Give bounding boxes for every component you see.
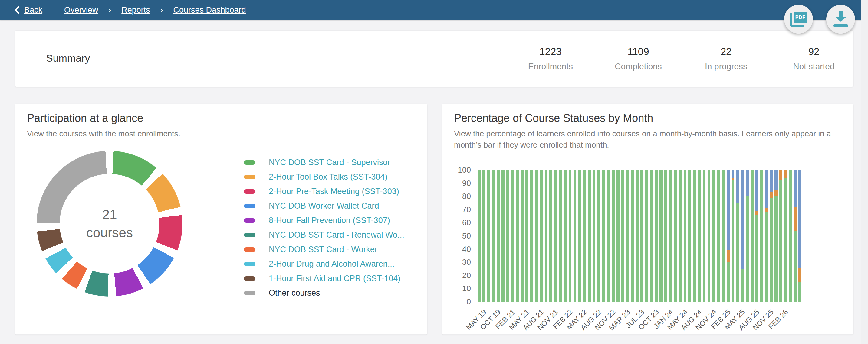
month-bar[interactable] xyxy=(554,170,557,302)
month-bar[interactable] xyxy=(569,170,572,302)
month-bar[interactable] xyxy=(794,170,797,302)
legend-course-link[interactable]: NYC DOB SST Card - Worker xyxy=(269,245,377,254)
orange-segment xyxy=(727,250,730,262)
legend-color-chip xyxy=(244,291,255,295)
month-bar[interactable] xyxy=(784,170,787,302)
month-bar[interactable] xyxy=(746,170,749,302)
green-segment xyxy=(659,170,662,302)
month-bar[interactable] xyxy=(511,170,514,302)
month-bar[interactable] xyxy=(741,170,744,302)
month-bar[interactable] xyxy=(650,170,653,302)
back-link[interactable]: Back xyxy=(24,5,42,15)
month-bar[interactable] xyxy=(708,170,711,302)
month-bar[interactable] xyxy=(564,170,567,302)
breadcrumb-courses-dashboard[interactable]: Courses Dashboard xyxy=(173,5,246,15)
month-bar[interactable] xyxy=(779,170,782,302)
month-bar[interactable] xyxy=(659,170,662,302)
month-bar[interactable] xyxy=(669,170,672,302)
legend-course-link[interactable]: 2-Hour Tool Box Talks (SST-304) xyxy=(269,172,388,182)
green-segment xyxy=(698,170,701,302)
export-pdf-button[interactable]: PDF xyxy=(784,5,813,34)
month-bar[interactable] xyxy=(506,170,509,302)
blue-segment xyxy=(741,170,744,269)
month-bar[interactable] xyxy=(588,170,591,302)
month-bar[interactable] xyxy=(679,170,682,302)
legend-color-chip xyxy=(244,204,255,208)
month-bar[interactable] xyxy=(655,170,658,302)
legend-course-link[interactable]: NYC DOB Worker Wallet Card xyxy=(269,201,379,211)
month-bar[interactable] xyxy=(722,170,725,302)
month-bar[interactable] xyxy=(631,170,634,302)
legend-course-link[interactable]: NYC DOB SST Card - Supervisor xyxy=(269,158,391,167)
legend-course-link[interactable]: NYC DOB SST Card - Renewal Wo... xyxy=(269,230,404,240)
month-bar[interactable] xyxy=(477,170,480,302)
breadcrumb-overview[interactable]: Overview xyxy=(64,5,98,15)
month-bar[interactable] xyxy=(583,170,586,302)
month-bar[interactable] xyxy=(483,170,486,302)
orange-segment xyxy=(765,208,768,212)
month-bar[interactable] xyxy=(636,170,639,302)
month-bar[interactable] xyxy=(621,170,624,302)
month-bar[interactable] xyxy=(684,170,687,302)
month-bar[interactable] xyxy=(574,170,577,302)
month-bar[interactable] xyxy=(736,170,739,302)
month-bar[interactable] xyxy=(798,170,801,302)
month-bar[interactable] xyxy=(516,170,519,302)
month-bar[interactable] xyxy=(602,170,605,302)
month-bar[interactable] xyxy=(727,170,730,302)
month-bar[interactable] xyxy=(593,170,596,302)
download-button[interactable] xyxy=(826,5,855,34)
green-segment xyxy=(732,180,735,302)
month-bar[interactable] xyxy=(717,170,720,302)
month-bar[interactable] xyxy=(597,170,600,302)
month-bar[interactable] xyxy=(525,170,528,302)
legend-course-link[interactable]: 2-Hour Drug and Alcohol Awaren... xyxy=(269,260,394,269)
legend-item: NYC DOB SST Card - Worker xyxy=(244,244,404,254)
legend-course-link[interactable]: 8-Hour Fall Prevention (SST-307) xyxy=(269,216,390,225)
month-bar[interactable] xyxy=(545,170,548,302)
month-bar[interactable] xyxy=(789,170,792,302)
month-bar[interactable] xyxy=(607,170,610,302)
month-bar[interactable] xyxy=(645,170,648,302)
legend-item: NYC DOB Worker Wallet Card xyxy=(244,201,404,211)
month-bar[interactable] xyxy=(540,170,543,302)
month-bar[interactable] xyxy=(617,170,620,302)
month-bar[interactable] xyxy=(487,170,490,302)
month-bar[interactable] xyxy=(751,170,753,302)
statuses-bar-chart[interactable] xyxy=(477,170,801,302)
month-bar[interactable] xyxy=(549,170,552,302)
month-bar[interactable] xyxy=(688,170,691,302)
chevron-right-icon: › xyxy=(160,5,163,15)
month-bar[interactable] xyxy=(770,170,773,302)
month-bar[interactable] xyxy=(497,170,500,302)
month-bar[interactable] xyxy=(492,170,495,302)
month-bar[interactable] xyxy=(641,170,644,302)
stat-value: 22 xyxy=(690,46,763,58)
month-bar[interactable] xyxy=(664,170,668,302)
scrollbar-track[interactable] xyxy=(861,0,868,344)
month-bar[interactable] xyxy=(698,170,701,302)
month-bar[interactable] xyxy=(774,170,777,302)
month-bar[interactable] xyxy=(612,170,615,302)
month-bar[interactable] xyxy=(559,170,562,302)
month-bar[interactable] xyxy=(703,170,706,302)
month-bar[interactable] xyxy=(760,170,763,302)
month-bar[interactable] xyxy=(732,170,735,302)
month-bar[interactable] xyxy=(765,170,768,302)
back-button[interactable]: Back xyxy=(14,5,42,15)
month-bar[interactable] xyxy=(755,170,758,302)
legend-item: NYC DOB SST Card - Renewal Wo... xyxy=(244,230,404,240)
month-bar[interactable] xyxy=(626,170,629,302)
month-bar[interactable] xyxy=(501,170,504,302)
month-bar[interactable] xyxy=(521,170,524,302)
legend-course-link[interactable]: 2-Hour Pre-Task Meeting (SST-303) xyxy=(269,187,399,196)
breadcrumb-reports[interactable]: Reports xyxy=(121,5,150,15)
month-bar[interactable] xyxy=(693,170,696,302)
month-bar[interactable] xyxy=(712,170,715,302)
month-bar[interactable] xyxy=(530,170,533,302)
legend-course-link[interactable]: 1-Hour First Aid and CPR (SST-104) xyxy=(269,274,400,283)
month-bar[interactable] xyxy=(578,170,581,302)
courses-donut-chart[interactable]: 21 courses xyxy=(37,151,183,297)
month-bar[interactable] xyxy=(674,170,677,302)
month-bar[interactable] xyxy=(535,170,538,302)
